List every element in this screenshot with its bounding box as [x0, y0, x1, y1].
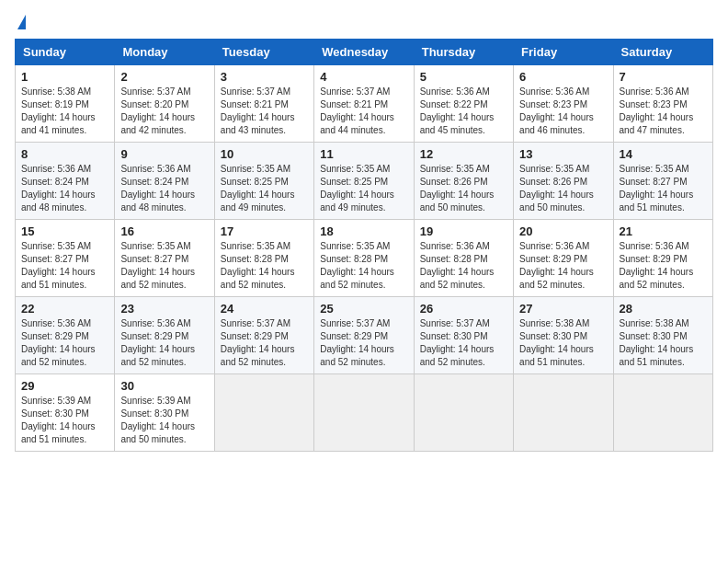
day-number: 20: [519, 224, 607, 238]
day-info: Sunrise: 5:36 AM Sunset: 8:23 PM Dayligh…: [620, 86, 707, 137]
calendar-cell: 18Sunrise: 5:35 AM Sunset: 8:28 PM Dayli…: [314, 220, 414, 297]
day-number: 1: [21, 70, 108, 84]
calendar-cell: 13Sunrise: 5:35 AM Sunset: 8:26 PM Dayli…: [514, 143, 613, 220]
calendar-cell: 4Sunrise: 5:37 AM Sunset: 8:21 PM Daylig…: [314, 65, 414, 143]
calendar-cell: 9Sunrise: 5:36 AM Sunset: 8:24 PM Daylig…: [115, 143, 214, 220]
day-number: 21: [620, 224, 707, 238]
day-info: Sunrise: 5:37 AM Sunset: 8:21 PM Dayligh…: [320, 86, 407, 137]
day-info: Sunrise: 5:35 AM Sunset: 8:25 PM Dayligh…: [320, 163, 407, 214]
day-info: Sunrise: 5:36 AM Sunset: 8:28 PM Dayligh…: [420, 240, 507, 292]
day-number: 12: [420, 147, 507, 161]
calendar-cell: 22Sunrise: 5:36 AM Sunset: 8:29 PM Dayli…: [16, 297, 115, 374]
day-info: Sunrise: 5:39 AM Sunset: 8:30 PM Dayligh…: [120, 395, 208, 446]
calendar-header-wednesday: Wednesday: [314, 40, 414, 65]
day-info: Sunrise: 5:37 AM Sunset: 8:29 PM Dayligh…: [221, 317, 308, 369]
day-number: 29: [21, 379, 108, 393]
calendar-cell: [514, 374, 613, 452]
calendar-cell: 10Sunrise: 5:35 AM Sunset: 8:25 PM Dayli…: [214, 143, 313, 220]
day-info: Sunrise: 5:39 AM Sunset: 8:30 PM Dayligh…: [21, 395, 108, 446]
day-number: 8: [21, 147, 108, 161]
day-number: 6: [519, 70, 607, 84]
logo: [15, 15, 26, 28]
day-info: Sunrise: 5:36 AM Sunset: 8:24 PM Dayligh…: [21, 163, 108, 214]
day-info: Sunrise: 5:37 AM Sunset: 8:30 PM Dayligh…: [420, 317, 507, 369]
day-info: Sunrise: 5:38 AM Sunset: 8:19 PM Dayligh…: [21, 86, 108, 137]
calendar-cell: 6Sunrise: 5:36 AM Sunset: 8:23 PM Daylig…: [514, 65, 613, 143]
calendar-cell: 27Sunrise: 5:38 AM Sunset: 8:30 PM Dayli…: [514, 297, 613, 374]
day-info: Sunrise: 5:36 AM Sunset: 8:29 PM Dayligh…: [620, 240, 707, 292]
day-info: Sunrise: 5:38 AM Sunset: 8:30 PM Dayligh…: [519, 317, 607, 369]
day-number: 24: [221, 302, 308, 316]
calendar-cell: [214, 374, 313, 452]
day-number: 26: [420, 302, 507, 316]
day-number: 2: [120, 70, 208, 84]
calendar-cell: [414, 374, 513, 452]
calendar-cell: 19Sunrise: 5:36 AM Sunset: 8:28 PM Dayli…: [414, 220, 513, 297]
day-info: Sunrise: 5:36 AM Sunset: 8:29 PM Dayligh…: [21, 317, 108, 369]
day-info: Sunrise: 5:36 AM Sunset: 8:23 PM Dayligh…: [519, 86, 607, 137]
day-info: Sunrise: 5:36 AM Sunset: 8:29 PM Dayligh…: [519, 240, 607, 292]
calendar-cell: 5Sunrise: 5:36 AM Sunset: 8:22 PM Daylig…: [414, 65, 513, 143]
calendar-header-saturday: Saturday: [613, 40, 712, 65]
calendar-cell: 21Sunrise: 5:36 AM Sunset: 8:29 PM Dayli…: [613, 220, 712, 297]
day-info: Sunrise: 5:36 AM Sunset: 8:29 PM Dayligh…: [120, 317, 208, 369]
calendar-cell: 8Sunrise: 5:36 AM Sunset: 8:24 PM Daylig…: [16, 143, 115, 220]
day-number: 18: [320, 224, 407, 238]
day-info: Sunrise: 5:35 AM Sunset: 8:25 PM Dayligh…: [221, 163, 308, 214]
calendar-week-row: 29Sunrise: 5:39 AM Sunset: 8:30 PM Dayli…: [16, 374, 713, 452]
day-number: 4: [320, 70, 407, 84]
day-number: 27: [519, 302, 607, 316]
calendar-header-tuesday: Tuesday: [214, 40, 313, 65]
calendar-cell: 17Sunrise: 5:35 AM Sunset: 8:28 PM Dayli…: [214, 220, 313, 297]
calendar-header-monday: Monday: [115, 40, 214, 65]
calendar-header-friday: Friday: [514, 40, 613, 65]
calendar-cell: 30Sunrise: 5:39 AM Sunset: 8:30 PM Dayli…: [115, 374, 214, 452]
calendar-cell: 20Sunrise: 5:36 AM Sunset: 8:29 PM Dayli…: [514, 220, 613, 297]
day-number: 30: [120, 379, 208, 393]
day-info: Sunrise: 5:35 AM Sunset: 8:28 PM Dayligh…: [221, 240, 308, 292]
calendar-week-row: 8Sunrise: 5:36 AM Sunset: 8:24 PM Daylig…: [16, 143, 713, 220]
day-number: 9: [120, 147, 208, 161]
day-number: 14: [620, 147, 707, 161]
day-number: 23: [120, 302, 208, 316]
day-info: Sunrise: 5:35 AM Sunset: 8:26 PM Dayligh…: [420, 163, 507, 214]
calendar-table: SundayMondayTuesdayWednesdayThursdayFrid…: [15, 39, 713, 452]
calendar-cell: [613, 374, 712, 452]
day-info: Sunrise: 5:36 AM Sunset: 8:24 PM Dayligh…: [120, 163, 208, 214]
calendar-cell: 16Sunrise: 5:35 AM Sunset: 8:27 PM Dayli…: [115, 220, 214, 297]
day-number: 13: [519, 147, 607, 161]
calendar-cell: 1Sunrise: 5:38 AM Sunset: 8:19 PM Daylig…: [16, 65, 115, 143]
calendar-cell: 24Sunrise: 5:37 AM Sunset: 8:29 PM Dayli…: [214, 297, 313, 374]
day-number: 19: [420, 224, 507, 238]
calendar-week-row: 22Sunrise: 5:36 AM Sunset: 8:29 PM Dayli…: [16, 297, 713, 374]
day-number: 25: [320, 302, 407, 316]
calendar-cell: 3Sunrise: 5:37 AM Sunset: 8:21 PM Daylig…: [214, 65, 313, 143]
day-number: 15: [21, 224, 108, 238]
day-number: 5: [420, 70, 507, 84]
day-info: Sunrise: 5:37 AM Sunset: 8:21 PM Dayligh…: [221, 86, 308, 137]
day-info: Sunrise: 5:37 AM Sunset: 8:29 PM Dayligh…: [320, 317, 407, 369]
calendar-cell: 12Sunrise: 5:35 AM Sunset: 8:26 PM Dayli…: [414, 143, 513, 220]
day-number: 22: [21, 302, 108, 316]
day-info: Sunrise: 5:35 AM Sunset: 8:28 PM Dayligh…: [320, 240, 407, 292]
day-info: Sunrise: 5:35 AM Sunset: 8:27 PM Dayligh…: [21, 240, 108, 292]
calendar-cell: 29Sunrise: 5:39 AM Sunset: 8:30 PM Dayli…: [16, 374, 115, 452]
day-info: Sunrise: 5:35 AM Sunset: 8:27 PM Dayligh…: [120, 240, 208, 292]
calendar-header-thursday: Thursday: [414, 40, 513, 65]
calendar-cell: 25Sunrise: 5:37 AM Sunset: 8:29 PM Dayli…: [314, 297, 414, 374]
day-number: 17: [221, 224, 308, 238]
calendar-week-row: 1Sunrise: 5:38 AM Sunset: 8:19 PM Daylig…: [16, 65, 713, 143]
calendar-cell: 14Sunrise: 5:35 AM Sunset: 8:27 PM Dayli…: [613, 143, 712, 220]
day-number: 10: [221, 147, 308, 161]
calendar-cell: 23Sunrise: 5:36 AM Sunset: 8:29 PM Dayli…: [115, 297, 214, 374]
calendar-header-sunday: Sunday: [16, 40, 115, 65]
day-number: 16: [120, 224, 208, 238]
calendar-cell: 26Sunrise: 5:37 AM Sunset: 8:30 PM Dayli…: [414, 297, 513, 374]
calendar-header-row: SundayMondayTuesdayWednesdayThursdayFrid…: [16, 40, 713, 65]
calendar-cell: 11Sunrise: 5:35 AM Sunset: 8:25 PM Dayli…: [314, 143, 414, 220]
page-header: [15, 15, 713, 28]
day-info: Sunrise: 5:35 AM Sunset: 8:26 PM Dayligh…: [519, 163, 607, 214]
day-info: Sunrise: 5:37 AM Sunset: 8:20 PM Dayligh…: [120, 86, 208, 137]
calendar-cell: 7Sunrise: 5:36 AM Sunset: 8:23 PM Daylig…: [613, 65, 712, 143]
calendar-cell: 2Sunrise: 5:37 AM Sunset: 8:20 PM Daylig…: [115, 65, 214, 143]
